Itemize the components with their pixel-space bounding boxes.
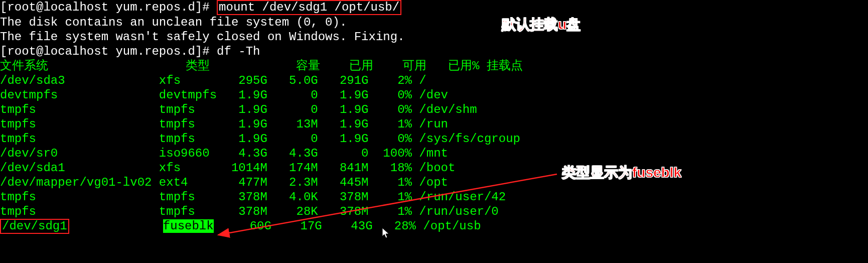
terminal-output: [root@localhost yum.repos.d]# mount /dev…	[0, 0, 868, 234]
df-command: df -Th	[217, 45, 260, 58]
annotation-right: 类型显示为fuseblk	[562, 163, 681, 182]
df-row: /dev/sr0 iso9660 4.3G 4.3G 0 100% /mnt	[0, 146, 868, 161]
df-row: /dev/mapper/vg01-lv02 ext4 477M 2.3M 445…	[0, 175, 868, 190]
df-row: tmpfs tmpfs 378M 28K 378M 1% /run/user/0	[0, 204, 868, 219]
annotation-top: 默认挂载u盘	[502, 15, 581, 34]
df-row: tmpfs tmpfs 378M 4.0K 378M 1% /run/user/…	[0, 190, 868, 204]
df-row: tmpfs tmpfs 1.9G 13M 1.9G 1% /run	[0, 117, 868, 132]
df-row: /dev/sda3 xfs 295G 5.0G 291G 2% /	[0, 73, 868, 88]
df-row: tmpfs tmpfs 1.9G 0 1.9G 0% /dev/shm	[0, 102, 868, 117]
df-header: 文件系统 类型 容量 已用 可用 已用% 挂载点	[0, 59, 868, 73]
mount-msg-1: The disk contains an unclean file system…	[0, 15, 868, 30]
mount-command-box: mount /dev/sdg1 /opt/usb/	[217, 0, 401, 15]
prompt: [root@localhost yum.repos.d]#	[0, 45, 210, 58]
prompt: [root@localhost yum.repos.d]#	[0, 1, 210, 14]
mount-command: mount /dev/sdg1 /opt/usb/	[219, 1, 399, 14]
df-row: /dev/sda1 xfs 1014M 174M 841M 18% /boot	[0, 161, 868, 175]
mount-msg-2: The file system wasn't safely closed on …	[0, 30, 868, 44]
df-row: devtmpfs devtmpfs 1.9G 0 1.9G 0% /dev	[0, 88, 868, 102]
highlighted-fstype: fuseblk	[163, 219, 214, 233]
df-row: /dev/sdg1 fuseblk 60G 17G 43G 28% /opt/u…	[0, 219, 868, 234]
highlighted-device: /dev/sdg1	[0, 219, 69, 234]
df-row: tmpfs tmpfs 1.9G 0 1.9G 0% /sys/fs/cgrou…	[0, 132, 868, 146]
